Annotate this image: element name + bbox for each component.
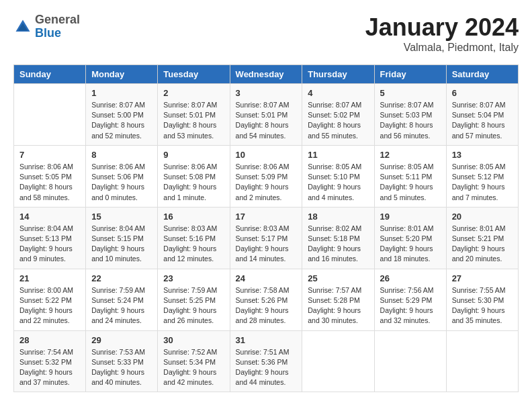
location-subtitle: Valmala, Piedmont, Italy [365,42,519,54]
calendar-cell [446,330,518,392]
day-info: Sunrise: 8:01 AM Sunset: 5:21 PM Dayligh… [452,224,513,265]
day-info: Sunrise: 8:07 AM Sunset: 5:04 PM Dayligh… [452,100,513,141]
calendar-week-row: 1Sunrise: 8:07 AM Sunset: 5:00 PM Daylig… [14,84,519,146]
calendar-cell: 21Sunrise: 8:00 AM Sunset: 5:22 PM Dayli… [14,269,86,330]
calendar-cell: 3Sunrise: 8:07 AM Sunset: 5:01 PM Daylig… [230,84,302,146]
day-info: Sunrise: 8:05 AM Sunset: 5:10 PM Dayligh… [308,162,368,203]
calendar-cell: 2Sunrise: 8:07 AM Sunset: 5:01 PM Daylig… [158,84,230,146]
day-info: Sunrise: 7:52 AM Sunset: 5:34 PM Dayligh… [163,347,224,388]
calendar-cell: 26Sunrise: 7:56 AM Sunset: 5:29 PM Dayli… [374,269,446,330]
day-number: 13 [452,150,513,160]
calendar-cell [14,84,86,146]
day-number: 12 [380,150,441,160]
day-info: Sunrise: 8:03 AM Sunset: 5:16 PM Dayligh… [163,224,224,265]
day-info: Sunrise: 8:05 AM Sunset: 5:11 PM Dayligh… [380,162,441,203]
day-info: Sunrise: 8:07 AM Sunset: 5:01 PM Dayligh… [236,100,297,141]
day-number: 9 [163,150,224,160]
calendar-cell: 11Sunrise: 8:05 AM Sunset: 5:10 PM Dayli… [302,145,374,207]
day-number: 30 [163,335,224,345]
calendar-cell: 22Sunrise: 7:59 AM Sunset: 5:24 PM Dayli… [86,269,158,330]
day-info: Sunrise: 7:53 AM Sunset: 5:33 PM Dayligh… [91,347,152,388]
day-header-monday: Monday [86,65,158,84]
day-number: 17 [236,212,297,222]
day-number: 21 [19,273,80,283]
calendar-cell: 19Sunrise: 8:01 AM Sunset: 5:20 PM Dayli… [374,207,446,269]
day-number: 25 [308,273,368,283]
day-header-sunday: Sunday [14,65,86,84]
day-info: Sunrise: 7:59 AM Sunset: 5:24 PM Dayligh… [91,285,152,326]
day-number: 26 [380,273,441,283]
day-number: 24 [236,273,297,283]
logo-general-text: General [35,13,80,26]
calendar-cell: 14Sunrise: 8:04 AM Sunset: 5:13 PM Dayli… [14,207,86,269]
day-info: Sunrise: 8:07 AM Sunset: 5:02 PM Dayligh… [308,100,368,141]
calendar-cell: 29Sunrise: 7:53 AM Sunset: 5:33 PM Dayli… [86,330,158,392]
day-info: Sunrise: 8:02 AM Sunset: 5:18 PM Dayligh… [308,224,368,265]
calendar-cell: 15Sunrise: 8:04 AM Sunset: 5:15 PM Dayli… [86,207,158,269]
calendar-cell: 25Sunrise: 7:57 AM Sunset: 5:28 PM Dayli… [302,269,374,330]
day-header-wednesday: Wednesday [230,65,302,84]
day-info: Sunrise: 7:54 AM Sunset: 5:32 PM Dayligh… [19,347,80,388]
calendar-cell: 23Sunrise: 7:59 AM Sunset: 5:25 PM Dayli… [158,269,230,330]
day-number: 18 [308,212,368,222]
day-number: 3 [236,88,297,98]
calendar-cell: 6Sunrise: 8:07 AM Sunset: 5:04 PM Daylig… [446,84,518,146]
calendar-week-row: 21Sunrise: 8:00 AM Sunset: 5:22 PM Dayli… [14,269,519,330]
day-number: 14 [19,212,80,222]
day-info: Sunrise: 8:06 AM Sunset: 5:09 PM Dayligh… [236,162,297,203]
day-number: 4 [308,88,368,98]
calendar-table: SundayMondayTuesdayWednesdayThursdayFrid… [13,64,519,392]
day-info: Sunrise: 8:06 AM Sunset: 5:05 PM Dayligh… [19,162,80,203]
calendar-cell: 1Sunrise: 8:07 AM Sunset: 5:00 PM Daylig… [86,84,158,146]
day-info: Sunrise: 8:04 AM Sunset: 5:13 PM Dayligh… [19,224,80,265]
day-header-tuesday: Tuesday [158,65,230,84]
day-number: 15 [91,212,152,222]
calendar-cell: 27Sunrise: 7:55 AM Sunset: 5:30 PM Dayli… [446,269,518,330]
calendar-week-row: 14Sunrise: 8:04 AM Sunset: 5:13 PM Dayli… [14,207,519,269]
day-header-saturday: Saturday [446,65,518,84]
day-info: Sunrise: 7:56 AM Sunset: 5:29 PM Dayligh… [380,285,441,326]
day-info: Sunrise: 7:55 AM Sunset: 5:30 PM Dayligh… [452,285,513,326]
calendar-cell: 24Sunrise: 7:58 AM Sunset: 5:26 PM Dayli… [230,269,302,330]
day-info: Sunrise: 8:03 AM Sunset: 5:17 PM Dayligh… [236,224,297,265]
day-info: Sunrise: 7:57 AM Sunset: 5:28 PM Dayligh… [308,285,368,326]
day-number: 31 [236,335,297,345]
day-info: Sunrise: 7:59 AM Sunset: 5:25 PM Dayligh… [163,285,224,326]
day-info: Sunrise: 7:58 AM Sunset: 5:26 PM Dayligh… [236,285,297,326]
day-number: 11 [308,150,368,160]
calendar-cell: 17Sunrise: 8:03 AM Sunset: 5:17 PM Dayli… [230,207,302,269]
calendar-cell: 4Sunrise: 8:07 AM Sunset: 5:02 PM Daylig… [302,84,374,146]
month-title: January 2024 [365,13,519,42]
day-header-thursday: Thursday [302,65,374,84]
calendar-cell [302,330,374,392]
calendar-cell: 8Sunrise: 8:06 AM Sunset: 5:06 PM Daylig… [86,145,158,207]
title-block: January 2024 Valmala, Piedmont, Italy [365,13,519,54]
calendar-cell: 30Sunrise: 7:52 AM Sunset: 5:34 PM Dayli… [158,330,230,392]
calendar-header-row: SundayMondayTuesdayWednesdayThursdayFrid… [14,65,519,84]
calendar-cell: 31Sunrise: 7:51 AM Sunset: 5:36 PM Dayli… [230,330,302,392]
day-number: 6 [452,88,513,98]
day-number: 2 [163,88,224,98]
day-info: Sunrise: 8:06 AM Sunset: 5:08 PM Dayligh… [163,162,224,203]
day-number: 16 [163,212,224,222]
day-info: Sunrise: 8:07 AM Sunset: 5:00 PM Dayligh… [91,100,152,141]
calendar-cell: 7Sunrise: 8:06 AM Sunset: 5:05 PM Daylig… [14,145,86,207]
calendar-cell: 10Sunrise: 8:06 AM Sunset: 5:09 PM Dayli… [230,145,302,207]
day-info: Sunrise: 8:07 AM Sunset: 5:03 PM Dayligh… [380,100,441,141]
calendar-cell: 5Sunrise: 8:07 AM Sunset: 5:03 PM Daylig… [374,84,446,146]
day-number: 27 [452,273,513,283]
day-info: Sunrise: 8:04 AM Sunset: 5:15 PM Dayligh… [91,224,152,265]
calendar-cell: 18Sunrise: 8:02 AM Sunset: 5:18 PM Dayli… [302,207,374,269]
logo-blue-text: Blue [35,26,61,40]
page-header: General Blue January 2024 Valmala, Piedm… [13,13,519,54]
calendar-week-row: 28Sunrise: 7:54 AM Sunset: 5:32 PM Dayli… [14,330,519,392]
calendar-cell: 12Sunrise: 8:05 AM Sunset: 5:11 PM Dayli… [374,145,446,207]
day-number: 20 [452,212,513,222]
day-number: 8 [91,150,152,160]
calendar-cell: 28Sunrise: 7:54 AM Sunset: 5:32 PM Dayli… [14,330,86,392]
day-number: 29 [91,335,152,345]
calendar-cell: 16Sunrise: 8:03 AM Sunset: 5:16 PM Dayli… [158,207,230,269]
day-number: 23 [163,273,224,283]
day-number: 7 [19,150,80,160]
day-number: 28 [19,335,80,345]
